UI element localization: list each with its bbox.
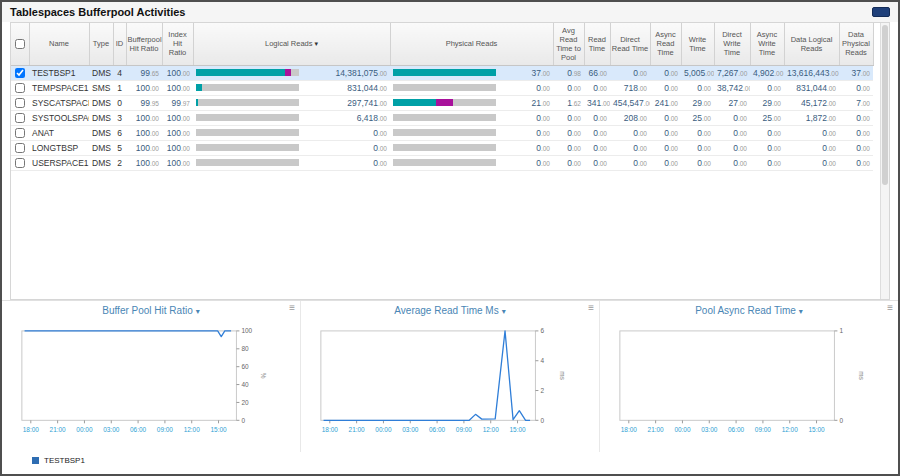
column-header[interactable]: Direct Read Time: [610, 23, 650, 65]
svg-text:40: 40: [241, 381, 249, 388]
svg-text:06:00: 06:00: [429, 426, 446, 433]
reads-value: 0.00: [500, 113, 550, 123]
column-header[interactable]: Logical Reads▾: [193, 23, 390, 65]
cell-write_time: 0.00: [681, 155, 714, 170]
column-header[interactable]: Data Logical Reads: [784, 23, 839, 65]
cell-name: SYSTOOLSPACE: [29, 110, 89, 125]
column-header-label: Type: [93, 39, 109, 48]
cell-bufferpool_hit_ratio: 100.00: [126, 140, 162, 155]
svg-text:20: 20: [241, 399, 249, 406]
chevron-down-icon: ▾: [799, 307, 803, 316]
column-header[interactable]: Name: [29, 23, 89, 65]
cell-checkbox: [11, 125, 29, 140]
cell-avg_read_time_to_pool: 0.00: [553, 125, 584, 140]
cell-logical_reads: 297,741.00: [193, 95, 390, 110]
grid-body: TESTBSP1DMS499.65100.0014,381,075.0037.0…: [11, 65, 873, 170]
cell-async_read_time: 0.00: [650, 155, 681, 170]
cell-data_logical_reads: 1,872.00: [784, 110, 839, 125]
charts-row: Buffer Pool Hit Ratio▾ ≡ 02040608010018:…: [2, 300, 898, 452]
chart-title-dropdown[interactable]: Pool Async Read Time▾: [600, 305, 898, 316]
column-header[interactable]: Avg Read Time to Pool: [553, 23, 584, 65]
cell-type: DMS: [89, 65, 113, 80]
cell-read_time: 66.00: [584, 65, 610, 80]
chart-title-dropdown[interactable]: Buffer Pool Hit Ratio▾: [2, 305, 300, 316]
column-header[interactable]: Async Read Time: [650, 23, 681, 65]
cell-physical_reads: 0.00: [390, 140, 553, 155]
cell-data_physical_reads: 0.00: [839, 140, 873, 155]
cell-data_physical_reads: 0.00: [839, 110, 873, 125]
panel-collapse-icon[interactable]: [872, 7, 890, 17]
reads-value: 0.00: [303, 143, 387, 153]
table-row[interactable]: SYSTOOLSPACEDMS3100.00100.006,418.000.00…: [11, 110, 873, 125]
cell-direct_read_time: 0.00: [610, 140, 650, 155]
cell-logical_reads: 0.00: [193, 155, 390, 170]
page-title: Tablespaces Bufferpool Activities: [10, 6, 185, 18]
cell-async_read_time: 0.00: [650, 125, 681, 140]
row-checkbox[interactable]: [15, 158, 25, 168]
cell-direct_write_time: 7,267.00: [714, 65, 750, 80]
cell-direct_write_time: 38,742.00: [714, 80, 750, 95]
table-row[interactable]: TESTBSP1DMS499.65100.0014,381,075.0037.0…: [11, 65, 873, 80]
cell-logical_reads: 6,418.00: [193, 110, 390, 125]
chart-options-icon[interactable]: ≡: [588, 303, 594, 313]
tablespaces-bufferpool-panel: Tablespaces Bufferpool Activities NameTy…: [0, 0, 900, 476]
cell-read_time: 341.00: [584, 95, 610, 110]
column-header[interactable]: Type: [89, 23, 113, 65]
svg-text:06:00: 06:00: [130, 426, 147, 433]
cell-logical_reads: 831,044.00: [193, 80, 390, 95]
select-all-checkbox[interactable]: [15, 39, 25, 49]
row-checkbox[interactable]: [15, 143, 25, 153]
column-header[interactable]: Write Time: [681, 23, 714, 65]
column-header[interactable]: Bufferpool Hit Ratio: [126, 23, 162, 65]
column-header[interactable]: Async Write Time: [750, 23, 784, 65]
row-checkbox[interactable]: [15, 83, 25, 93]
svg-text:00:00: 00:00: [674, 426, 691, 433]
row-checkbox[interactable]: [15, 113, 25, 123]
row-checkbox[interactable]: [15, 128, 25, 138]
chart-title-dropdown[interactable]: Average Read Time Ms▾: [301, 305, 599, 316]
header-select-all[interactable]: [11, 23, 29, 65]
cell-bufferpool_hit_ratio: 100.00: [126, 125, 162, 140]
cell-id: 5: [113, 140, 126, 155]
chart-options-icon[interactable]: ≡: [289, 303, 295, 313]
table-row[interactable]: LONGTBSPDMS5100.00100.000.000.000.000.00…: [11, 140, 873, 155]
table-row[interactable]: SYSCATSPACEDMS099.9599.97297,741.0021.00…: [11, 95, 873, 110]
reads-bar: [196, 114, 299, 121]
cell-name: TEMPSPACE1: [29, 80, 89, 95]
reads-bar: [196, 99, 299, 106]
vertical-scrollbar[interactable]: [880, 23, 889, 299]
reads-value: 6,418.00: [303, 113, 387, 123]
reads-bar: [393, 159, 496, 166]
row-checkbox[interactable]: [15, 98, 25, 108]
cell-index_hit_ratio: 99.97: [162, 95, 193, 110]
cell-checkbox: [11, 140, 29, 155]
column-header[interactable]: ID: [113, 23, 126, 65]
chart-canvas-buffer-pool-hit-ratio: 02040608010018:0021:0000:0003:0006:0009:…: [2, 319, 300, 451]
column-header[interactable]: Data Physical Reads: [839, 23, 873, 65]
svg-text:6: 6: [540, 327, 544, 334]
scrollbar-thumb[interactable]: [882, 25, 888, 185]
column-header[interactable]: Index Hit Ratio: [162, 23, 193, 65]
row-checkbox[interactable]: [15, 68, 25, 78]
cell-type: DMS: [89, 95, 113, 110]
cell-bufferpool_hit_ratio: 100.00: [126, 110, 162, 125]
column-header[interactable]: Direct Write Time: [714, 23, 750, 65]
svg-text:12:00: 12:00: [184, 426, 201, 433]
chart-options-icon[interactable]: ≡: [887, 303, 893, 313]
chart-title-text: Average Read Time Ms: [394, 305, 498, 316]
column-header[interactable]: Read Time: [584, 23, 610, 65]
cell-bufferpool_hit_ratio: 100.00: [126, 155, 162, 170]
column-header[interactable]: Physical Reads: [390, 23, 553, 65]
cell-bufferpool_hit_ratio: 99.95: [126, 95, 162, 110]
cell-data_logical_reads: 831,044.00: [784, 80, 839, 95]
cell-direct_write_time: 27.00: [714, 95, 750, 110]
cell-data_logical_reads: 0.00: [784, 140, 839, 155]
column-header-label: Data Physical Reads: [842, 30, 870, 57]
table-row[interactable]: ANATDMS6100.00100.000.000.000.000.000.00…: [11, 125, 873, 140]
chart-panel-average-read-time: Average Read Time Ms▾ ≡ 024618:0021:0000…: [301, 301, 600, 452]
cell-direct_read_time: 0.00: [610, 125, 650, 140]
table-row[interactable]: USERSPACE1DMS2100.00100.000.000.000.000.…: [11, 155, 873, 170]
cell-async_write_time: 29.00: [750, 95, 784, 110]
svg-text:21:00: 21:00: [648, 426, 665, 433]
table-row[interactable]: TEMPSPACE1SMS1100.00100.00831,044.000.00…: [11, 80, 873, 95]
